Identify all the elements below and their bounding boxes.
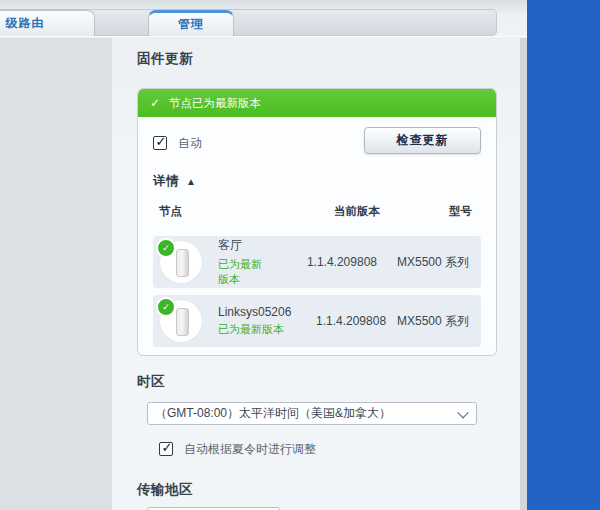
node-name: Linksys05206 bbox=[218, 305, 291, 319]
node-name: 客厅 bbox=[218, 237, 272, 254]
firmware-status-banner: ✓ 节点已为最新版本 bbox=[138, 89, 496, 117]
region-section-title: 传输地区 bbox=[137, 481, 497, 499]
right-gutter bbox=[520, 0, 527, 510]
main-column: 固件更新 ✓ 节点已为最新版本 ✓ 自动 检查更新 详情 ▲ 节点 当前版本 bbox=[112, 38, 520, 510]
node-row: ✓ Linksys05206 已为最新版本 1.1.4.209808 MX550… bbox=[153, 295, 481, 347]
blue-side-panel bbox=[527, 0, 600, 510]
firmware-panel-body: ✓ 自动 检查更新 详情 ▲ 节点 当前版本 型号 bbox=[138, 117, 496, 355]
node-check-badge-icon: ✓ bbox=[156, 297, 176, 317]
column-header-node: 节点 bbox=[159, 204, 275, 219]
node-model: MX5500 系列 bbox=[377, 254, 469, 271]
firmware-section-title: 固件更新 bbox=[137, 50, 497, 68]
timezone-section-title: 时区 bbox=[137, 373, 497, 391]
tab-bar-divider bbox=[0, 36, 527, 38]
node-table-header: 节点 当前版本 型号 bbox=[153, 204, 481, 229]
chevron-down-icon bbox=[457, 407, 468, 418]
auto-update-label: 自动 bbox=[178, 135, 202, 152]
collapse-arrow-icon: ▲ bbox=[186, 176, 196, 187]
auto-update-row: ✓ 自动 检查更新 bbox=[153, 129, 481, 157]
top-tab-bar: 级路由 管理 bbox=[0, 0, 527, 38]
checkmark-icon: ✓ bbox=[162, 441, 173, 454]
details-label: 详情 bbox=[153, 173, 179, 190]
checkmark-icon: ✓ bbox=[156, 135, 167, 148]
dst-adjust-row: ✓ 自动根据夏令时进行调整 bbox=[159, 437, 497, 461]
node-status: 已为最新版本 bbox=[218, 257, 272, 287]
tab-advanced-routing[interactable]: 级路由 bbox=[0, 10, 95, 36]
node-model: MX5500 系列 bbox=[386, 313, 469, 330]
dst-label: 自动根据夏令时进行调整 bbox=[184, 441, 316, 458]
column-header-model: 型号 bbox=[380, 204, 475, 219]
node-check-badge-icon: ✓ bbox=[156, 238, 176, 258]
tab-management[interactable]: 管理 bbox=[148, 10, 234, 36]
dst-checkbox[interactable]: ✓ bbox=[159, 442, 173, 456]
timezone-select[interactable]: （GMT-08:00）太平洋时间（美国&加拿大） bbox=[147, 402, 477, 425]
firmware-panel: ✓ 节点已为最新版本 ✓ 自动 检查更新 详情 ▲ 节点 当前版本 型号 bbox=[137, 88, 497, 356]
node-device-icon: ✓ bbox=[158, 240, 202, 284]
node-device-icon: ✓ bbox=[158, 299, 202, 343]
content-area: 固件更新 ✓ 节点已为最新版本 ✓ 自动 检查更新 详情 ▲ 节点 当前版本 bbox=[112, 38, 520, 510]
node-row: ✓ 客厅 已为最新版本 1.1.4.209808 MX5500 系列 bbox=[153, 236, 481, 288]
left-gutter bbox=[0, 38, 112, 510]
timezone-selected-value: （GMT-08:00）太平洋时间（美国&加拿大） bbox=[155, 405, 391, 422]
details-toggle[interactable]: 详情 ▲ bbox=[153, 173, 223, 190]
node-version: 1.1.4.209808 bbox=[272, 255, 377, 269]
check-icon: ✓ bbox=[150, 96, 160, 110]
check-update-button[interactable]: 检查更新 bbox=[364, 127, 481, 154]
auto-update-checkbox[interactable]: ✓ bbox=[153, 136, 167, 150]
node-status: 已为最新版本 bbox=[218, 322, 291, 337]
column-header-version: 当前版本 bbox=[275, 204, 380, 219]
node-version: 1.1.4.209808 bbox=[291, 314, 386, 328]
firmware-status-text: 节点已为最新版本 bbox=[169, 96, 261, 111]
